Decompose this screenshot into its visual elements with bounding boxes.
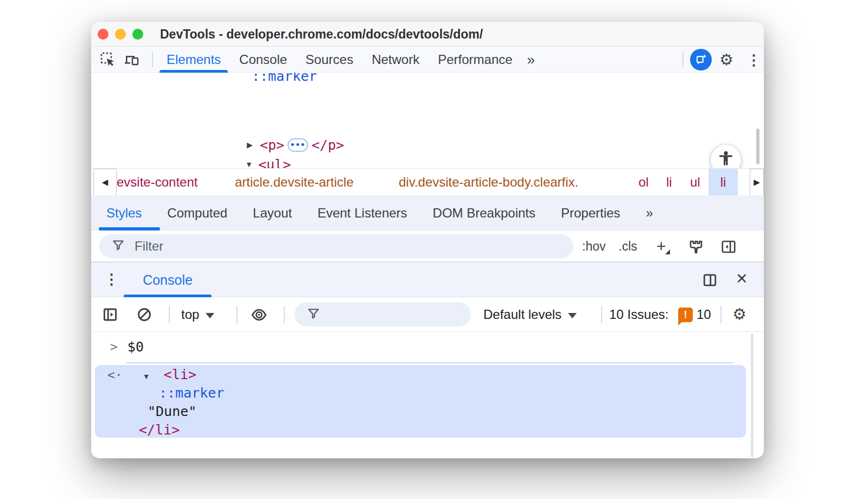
console-drawer-header: ⋮ Console ✕ bbox=[91, 262, 764, 297]
dropdown-caret-icon bbox=[206, 313, 214, 318]
window-titlebar: DevTools - developer.chrome.com/docs/dev… bbox=[91, 22, 764, 47]
inline-ellipsis-icon[interactable]: ••• bbox=[288, 138, 308, 152]
console-command-text: $0 bbox=[127, 339, 144, 355]
breadcrumb-bar: ◀ evsite-content article.devsite-article… bbox=[91, 168, 764, 195]
zoom-window-button[interactable] bbox=[132, 29, 143, 40]
crumb-div-article-body[interactable]: div.devsite-article-body.clearfix. bbox=[399, 169, 578, 196]
crumb-scroll-left-button[interactable]: ◀ bbox=[93, 169, 117, 196]
chevron-right-icon: ▶ bbox=[754, 177, 760, 187]
tab-network[interactable]: Network bbox=[362, 47, 429, 73]
console-scrollbar-thumb[interactable] bbox=[751, 334, 754, 457]
console-command-row[interactable]: > $0 bbox=[91, 336, 144, 357]
elements-scrollbar-thumb[interactable] bbox=[756, 129, 760, 164]
new-style-rule-button[interactable]: + bbox=[656, 231, 666, 262]
toolbar-divider bbox=[284, 306, 285, 323]
more-sidebar-tabs-icon[interactable]: » bbox=[646, 195, 653, 231]
console-settings-gear-icon[interactable]: ⚙ bbox=[732, 305, 746, 323]
toolbar-divider bbox=[169, 306, 170, 323]
tab-console[interactable]: Console bbox=[230, 47, 296, 73]
new-style-rule-expand-triangle bbox=[665, 250, 670, 254]
minimize-window-button[interactable] bbox=[115, 29, 126, 40]
ai-assistance-icon[interactable] bbox=[690, 49, 712, 71]
split-panel-icon[interactable] bbox=[702, 272, 718, 290]
expand-arrow-icon[interactable]: ▶ bbox=[247, 140, 260, 149]
tab-layout[interactable]: Layout bbox=[253, 195, 292, 231]
result-line-text[interactable]: "Dune" bbox=[148, 402, 196, 421]
styles-filter-field[interactable] bbox=[99, 234, 573, 258]
console-filter-input[interactable] bbox=[328, 307, 443, 322]
toolbar-divider bbox=[682, 52, 684, 67]
javascript-context-selector[interactable]: top bbox=[181, 297, 214, 332]
window-title: DevTools - developer.chrome.com/docs/dev… bbox=[160, 22, 483, 47]
styles-filter-input[interactable] bbox=[135, 239, 458, 254]
log-levels-dropdown[interactable]: Default levels bbox=[483, 297, 577, 332]
tab-event-listeners[interactable]: Event Listeners bbox=[317, 195, 407, 231]
rendering-paintbrush-icon[interactable] bbox=[688, 239, 704, 257]
toolbar-divider bbox=[720, 306, 722, 323]
main-menu-kebab-icon[interactable]: ⋮ bbox=[746, 52, 761, 69]
more-panels-icon[interactable]: » bbox=[522, 52, 540, 68]
console-messages-area: > $0 <· ▼ <li> ::marker "Dune" </li> bbox=[91, 332, 764, 458]
panel-tabs: Elements Console Sources Network Perform… bbox=[157, 47, 540, 73]
close-drawer-icon[interactable]: ✕ bbox=[736, 270, 748, 287]
drawer-menu-kebab-icon[interactable]: ⋮ bbox=[104, 271, 119, 288]
collapse-arrow-icon[interactable]: ▼ bbox=[245, 160, 258, 168]
dom-node-p[interactable]: ▶ <p> ••• </p> bbox=[247, 135, 344, 155]
crumb-ol[interactable]: ol bbox=[639, 169, 649, 196]
console-toolbar: top Default levels 10 Issue bbox=[91, 297, 764, 332]
tab-styles[interactable]: Styles bbox=[106, 195, 142, 231]
dropdown-caret-icon bbox=[568, 313, 577, 318]
issues-warning-badge[interactable]: ! bbox=[678, 308, 693, 322]
devtools-main-toolbar: Elements Console Sources Network Perform… bbox=[91, 47, 764, 73]
toolbar-divider bbox=[152, 52, 153, 67]
tab-properties[interactable]: Properties bbox=[561, 195, 620, 231]
elements-panel: ::marker ▶ <p> ••• </p> ▼ <ul> ▶ <li> ••… bbox=[91, 73, 764, 168]
close-window-button[interactable] bbox=[98, 29, 108, 40]
toolbar-divider bbox=[601, 306, 602, 323]
issues-counter-label[interactable]: 10 Issues: bbox=[609, 297, 668, 332]
clear-console-icon[interactable] bbox=[136, 306, 152, 325]
console-result-highlighted[interactable]: <· ▼ <li> ::marker "Dune" </li> bbox=[95, 365, 746, 438]
crumb-devsite-content[interactable]: evsite-content bbox=[117, 169, 197, 196]
crumb-article[interactable]: article.devsite-article bbox=[235, 169, 354, 196]
eval-result-arrow-icon: <· bbox=[107, 368, 123, 382]
filter-funnel-icon bbox=[111, 238, 125, 254]
live-expression-eye-icon[interactable] bbox=[251, 306, 267, 325]
badge-tail bbox=[678, 321, 683, 325]
tab-performance[interactable]: Performance bbox=[429, 47, 521, 73]
issues-count[interactable]: 10 bbox=[697, 297, 711, 332]
prompt-chevron-icon: > bbox=[110, 340, 118, 354]
show-console-sidebar-icon[interactable] bbox=[102, 306, 118, 325]
crumb-li-selected[interactable]: li bbox=[709, 169, 738, 196]
styles-sidebar-tabbar: Styles Computed Layout Event Listeners D… bbox=[91, 195, 764, 231]
result-line-marker[interactable]: ::marker bbox=[159, 384, 224, 402]
chevron-left-icon: ◀ bbox=[102, 177, 108, 187]
toolbar-divider bbox=[237, 306, 238, 323]
collapse-arrow-icon[interactable]: ▼ bbox=[143, 367, 156, 386]
dock-sidebar-icon[interactable] bbox=[720, 239, 737, 257]
toggle-pseudo-state-button[interactable]: :hov bbox=[582, 231, 605, 262]
accessibility-person-icon bbox=[717, 149, 735, 168]
desktop-background: DevTools - developer.chrome.com/docs/dev… bbox=[0, 0, 868, 499]
dom-node-marker-pseudo[interactable]: ::marker bbox=[252, 73, 317, 86]
filter-funnel-icon bbox=[307, 306, 321, 323]
device-toolbar-icon[interactable] bbox=[124, 52, 140, 68]
inspect-element-icon[interactable] bbox=[100, 52, 116, 68]
toggle-class-button[interactable]: .cls bbox=[618, 231, 637, 262]
settings-gear-icon[interactable]: ⚙ bbox=[719, 50, 733, 69]
crumb-scroll-right-button[interactable]: ▶ bbox=[750, 169, 764, 196]
result-line-open[interactable]: <· ▼ <li> bbox=[107, 366, 196, 384]
tab-computed[interactable]: Computed bbox=[167, 195, 227, 231]
result-line-close[interactable]: </li> bbox=[139, 421, 180, 439]
dom-node-ul[interactable]: ▼ <ul> bbox=[245, 155, 291, 168]
tab-sources[interactable]: Sources bbox=[296, 47, 362, 73]
devtools-window: DevTools - developer.chrome.com/docs/dev… bbox=[91, 22, 764, 458]
drawer-tab-console[interactable]: Console bbox=[124, 263, 212, 298]
accessibility-fab-button[interactable] bbox=[711, 145, 741, 168]
message-separator bbox=[126, 362, 733, 363]
crumb-li[interactable]: li bbox=[666, 169, 672, 196]
console-filter-field[interactable] bbox=[295, 302, 471, 327]
tab-elements[interactable]: Elements bbox=[157, 47, 230, 73]
crumb-ul[interactable]: ul bbox=[690, 169, 700, 196]
tab-dom-breakpoints[interactable]: DOM Breakpoints bbox=[433, 195, 535, 231]
